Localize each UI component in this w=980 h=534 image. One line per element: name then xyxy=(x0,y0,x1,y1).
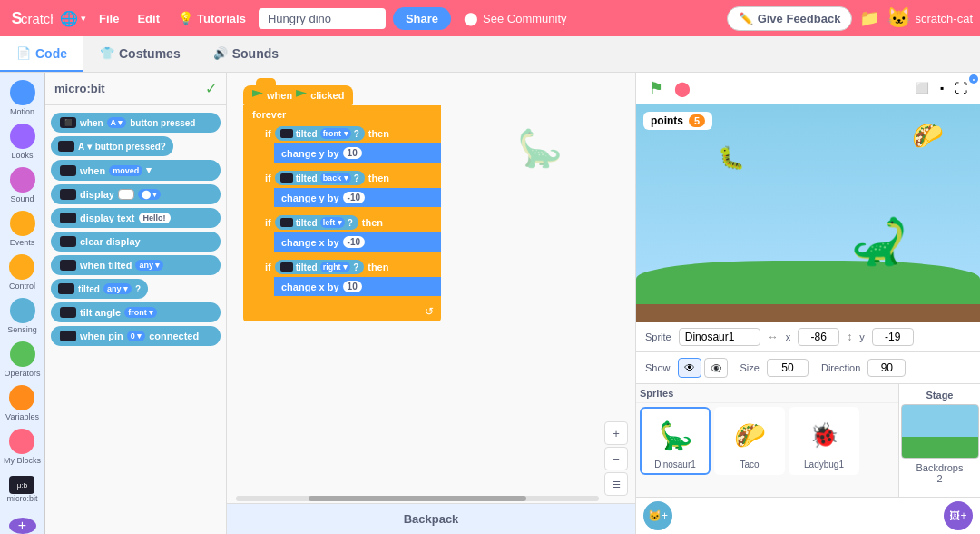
stage-view: points 5 🌮 🦕 🐛 xyxy=(636,104,980,322)
zoom-out-button[interactable]: − xyxy=(604,447,628,470)
sprite-img-dinosaur1: 🦕 xyxy=(650,412,701,458)
show-hidden-button[interactable]: 👁‍🗨 xyxy=(704,358,728,378)
fit-screen-button[interactable]: ☰ xyxy=(604,472,628,496)
share-button[interactable]: Share xyxy=(393,7,451,30)
sidebar-microbit[interactable]: μ:b micro:bit xyxy=(6,476,37,503)
sprite-list: Sprites 🦕 Dinosaur1 • 🌮 Taco xyxy=(636,384,898,497)
block-when-pin[interactable]: when pin 0 ▾ connected xyxy=(51,326,220,346)
sprite-list-area: Sprites 🦕 Dinosaur1 • 🌮 Taco xyxy=(636,383,980,497)
sprite-y-input[interactable] xyxy=(872,328,914,346)
sprites-header: Sprites xyxy=(636,384,898,403)
block-panel: micro:bit ✓ ⬛ when A ▾ button pressed A … xyxy=(45,73,227,534)
sprite-thumb-dinosaur1[interactable]: 🦕 Dinosaur1 • xyxy=(640,407,710,475)
small-stage-button[interactable]: ⬜ xyxy=(910,80,935,96)
sprite-info-2: Show 👁 👁‍🗨 Size Direction xyxy=(636,352,980,383)
block-when-tilted[interactable]: when tilted any ▾ xyxy=(51,255,220,275)
script-group-left: when clicked forever if tilted fron xyxy=(243,85,441,321)
user-avatar[interactable]: 🐱 scratch-cat xyxy=(887,6,973,30)
sprite-img-taco: 🌮 xyxy=(724,412,775,458)
see-community-button[interactable]: ⬤ See Community xyxy=(458,7,572,29)
give-feedback-button[interactable]: ✏️ Give Feedback xyxy=(727,6,853,31)
if-block-front[interactable]: if tilted front ▾ ? then change y by 10 xyxy=(260,124,441,168)
stage-backdrop-thumb[interactable] xyxy=(901,404,979,459)
sidebar-motion[interactable]: Motion xyxy=(10,80,35,116)
block-tilt-angle[interactable]: tilt angle front ▾ xyxy=(51,302,220,322)
sidebar-operators[interactable]: Operators xyxy=(4,341,40,378)
stage-side-panel: Stage Backdrops 2 xyxy=(898,384,980,497)
sidebar-variables[interactable]: Variables xyxy=(5,385,39,421)
tutorials-menu[interactable]: 💡 Tutorials xyxy=(172,7,251,29)
block-display-text[interactable]: display text Hello! xyxy=(51,208,220,228)
block-categories: Motion Looks Sound Events Control Sensin… xyxy=(0,73,45,534)
sidebar-myblocks[interactable]: My Blocks xyxy=(4,429,41,465)
bug-sprite: 🐛 xyxy=(718,145,745,171)
tab-costumes[interactable]: 👕 Costumes xyxy=(83,36,197,72)
scripts-area[interactable]: when clicked forever if tilted fron xyxy=(227,73,635,534)
sprite-thumb-taco[interactable]: 🌮 Taco xyxy=(714,407,785,475)
forever-block-top[interactable]: forever xyxy=(243,105,441,124)
scratch-logo[interactable]: S cratch xyxy=(7,5,53,31)
backpack-bar[interactable]: Backpack xyxy=(227,503,635,534)
block-button-pressed-bool[interactable]: A ▾ button pressed? xyxy=(51,136,220,156)
sidebar-sound[interactable]: Sound xyxy=(10,167,35,203)
sprite-size-input[interactable] xyxy=(767,359,808,377)
sprite-name-input[interactable] xyxy=(679,328,760,346)
change-x-block-2[interactable]: change x by 10 xyxy=(274,277,441,296)
arrow-x-icon: ↔ xyxy=(768,331,779,343)
block-tilted-bool[interactable]: tilted any ▾ ? xyxy=(51,279,220,299)
tab-sounds[interactable]: 🔊 Sounds xyxy=(197,36,295,72)
edit-menu[interactable]: Edit xyxy=(132,8,165,29)
block-when-button-pressed[interactable]: ⬛ when A ▾ button pressed xyxy=(51,113,220,133)
svg-text:cratch: cratch xyxy=(21,12,53,26)
sprite-img-ladybug1: 🐞 xyxy=(799,412,849,458)
sprite-x-input[interactable] xyxy=(798,328,839,346)
if-block-right[interactable]: if tilted right ▾ ? then change x by 10 xyxy=(260,257,441,302)
tab-bar: 📄 Code 👕 Costumes 🔊 Sounds xyxy=(0,36,980,73)
forever-inner: if tilted front ▾ ? then change y by 10 xyxy=(243,124,441,302)
change-y-block-1[interactable]: change y by 10 xyxy=(274,143,441,163)
if-block-left[interactable]: if tilted left ▾ ? then change x by -10 xyxy=(260,213,441,257)
ghost-dinosaur-decoration: 🦕 xyxy=(517,127,563,170)
project-name-input[interactable] xyxy=(259,8,386,29)
sprite-direction-input[interactable] xyxy=(867,359,906,377)
green-flag-button[interactable]: ⚑ xyxy=(643,76,669,100)
sprite-thumbnails: 🦕 Dinosaur1 • 🌮 Taco 🐞 Ladybug1 xyxy=(636,403,898,479)
sidebar-control[interactable]: Control xyxy=(9,254,35,291)
block-clear-display[interactable]: clear display xyxy=(51,232,220,252)
arrow-y-icon: ↕ xyxy=(847,331,852,343)
large-stage-button[interactable]: ▪ xyxy=(935,80,949,96)
folder-button[interactable]: 📁 xyxy=(859,8,879,28)
change-y-block-2[interactable]: change y by -10 xyxy=(274,188,441,207)
block-display[interactable]: display ⬤ ▾ xyxy=(51,184,220,204)
globe-button[interactable]: 🌐 ▾ xyxy=(60,10,86,27)
main-area: Motion Looks Sound Events Control Sensin… xyxy=(0,73,980,534)
zoom-in-button[interactable]: + xyxy=(604,421,628,445)
zoom-controls: + − ☰ xyxy=(604,421,628,496)
stage-panel: ⚑ ⬤ ⬜ ▪ ⛶ points 5 🌮 🦕 🐛 xyxy=(635,73,980,534)
sidebar-looks[interactable]: Looks xyxy=(10,124,35,160)
top-nav: S cratch 🌐 ▾ File Edit 💡 Tutorials Share… xyxy=(0,0,980,36)
add-sprite-button[interactable]: 🐱+ xyxy=(643,501,672,530)
add-backdrop-button[interactable]: 🖼+ xyxy=(944,501,973,530)
change-x-block-1[interactable]: change x by -10 xyxy=(274,232,441,252)
if-block-back[interactable]: if tilted back ▾ ? then change y by -10 xyxy=(260,168,441,213)
hat-block-when-clicked-left[interactable]: when clicked xyxy=(243,85,353,105)
horizontal-scrollbar[interactable] xyxy=(236,496,599,501)
connected-check-icon: ✓ xyxy=(205,80,217,97)
taco-sprite: 🌮 xyxy=(912,121,944,151)
show-buttons: 👁 👁‍🗨 xyxy=(678,358,728,378)
sprite-thumb-ladybug1[interactable]: 🐞 Ladybug1 xyxy=(789,407,859,475)
stop-button[interactable]: ⬤ xyxy=(669,78,696,99)
microbit-header: micro:bit ✓ xyxy=(45,73,226,105)
dinosaur-sprite: 🦕 xyxy=(851,215,907,268)
block-when-moved[interactable]: when moved ▾ xyxy=(51,160,220,181)
sidebar-sensing[interactable]: Sensing xyxy=(7,298,37,334)
add-extension-button[interactable]: + xyxy=(9,518,36,534)
sidebar-events[interactable]: Events xyxy=(10,211,35,247)
file-menu[interactable]: File xyxy=(93,8,124,29)
forever-tail: ↺ xyxy=(243,302,441,321)
tab-code[interactable]: 📄 Code xyxy=(0,36,83,72)
show-visible-button[interactable]: 👁 xyxy=(678,358,701,378)
stage-controls: ⚑ ⬤ ⬜ ▪ ⛶ xyxy=(636,73,980,104)
sprite-info: Sprite ↔ x ↕ y xyxy=(636,322,980,352)
